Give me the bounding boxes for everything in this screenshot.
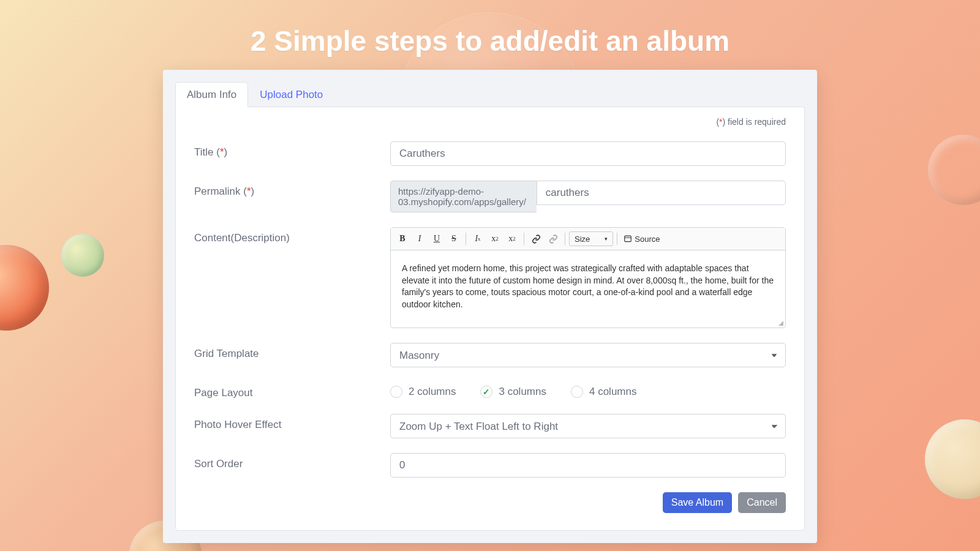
remove-format-icon[interactable]: Ix <box>470 230 486 247</box>
link-icon[interactable] <box>528 230 544 247</box>
save-album-button[interactable]: Save Album <box>663 492 732 513</box>
font-size-dropdown[interactable]: Size▾ <box>569 231 613 246</box>
hover-effect-select[interactable]: Zoom Up + Text Float Left to Right <box>390 414 786 438</box>
superscript-icon[interactable]: x2 <box>504 230 520 247</box>
permalink-input[interactable] <box>537 181 786 205</box>
cancel-button[interactable]: Cancel <box>738 492 786 513</box>
label-hover-effect: Photo Hover Effect <box>194 414 390 431</box>
label-page-layout: Page Layout <box>194 382 390 399</box>
resize-handle-icon[interactable] <box>391 318 785 328</box>
radio-checked-icon <box>480 386 492 398</box>
radio-label: 2 columns <box>409 386 456 398</box>
decorative-bubble <box>61 234 104 277</box>
radio-4-columns[interactable]: 4 columns <box>571 386 636 398</box>
page-title: 2 Simple steps to add/edit an album <box>0 0 980 58</box>
unlink-icon[interactable] <box>545 230 561 247</box>
tab-bar: Album Info Upload Photo <box>175 82 805 107</box>
label-content: Content(Description) <box>194 227 390 244</box>
decorative-bubble <box>928 135 980 205</box>
radio-2-columns[interactable]: 2 columns <box>390 386 456 398</box>
source-button[interactable]: Source <box>621 234 662 244</box>
form-panel: Album Info Upload Photo (*) field is req… <box>163 70 817 543</box>
editor-toolbar: B I U S Ix x2 x2 <box>391 228 785 250</box>
bold-icon[interactable]: B <box>394 230 410 247</box>
editor-textarea[interactable]: A refined yet modern home, this project … <box>391 250 785 318</box>
permalink-prefix: https://zifyapp-demo-03.myshopify.com/ap… <box>390 181 537 212</box>
strike-icon[interactable]: S <box>446 230 462 247</box>
decorative-bubble <box>925 419 980 499</box>
label-permalink: Permalink (*) <box>194 181 390 198</box>
tab-upload-photo[interactable]: Upload Photo <box>248 82 334 107</box>
tab-content: (*) field is required Title (*) Permalin… <box>175 107 805 531</box>
subscript-icon[interactable]: x2 <box>487 230 503 247</box>
separator <box>617 233 617 245</box>
radio-icon <box>571 386 583 398</box>
grid-template-select[interactable]: Masonry <box>390 343 786 367</box>
radio-icon <box>390 386 402 398</box>
label-title: Title (*) <box>194 141 390 159</box>
title-input[interactable] <box>390 141 786 166</box>
sort-order-input[interactable] <box>390 453 786 478</box>
separator <box>524 233 524 245</box>
radio-label: 4 columns <box>589 386 636 398</box>
label-grid-template: Grid Template <box>194 343 390 360</box>
svg-rect-0 <box>625 236 631 241</box>
separator <box>466 233 466 245</box>
italic-icon[interactable]: I <box>412 230 428 247</box>
tab-album-info[interactable]: Album Info <box>175 82 248 107</box>
separator <box>565 233 565 245</box>
decorative-bubble <box>0 245 49 331</box>
underline-icon[interactable]: U <box>429 230 445 247</box>
label-sort-order: Sort Order <box>194 453 390 470</box>
radio-label: 3 columns <box>499 386 546 398</box>
radio-3-columns[interactable]: 3 columns <box>480 386 546 398</box>
required-note: (*) field is required <box>194 117 786 127</box>
rich-text-editor: B I U S Ix x2 x2 <box>390 227 786 328</box>
